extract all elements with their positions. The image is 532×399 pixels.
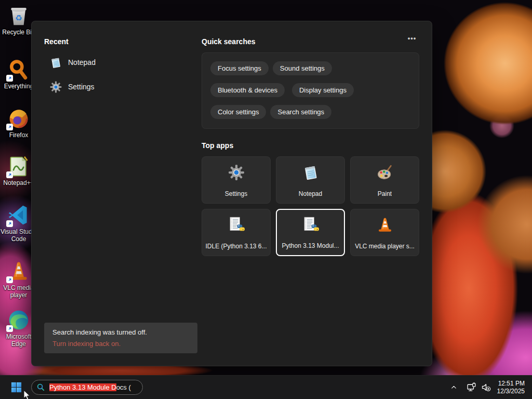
- mouse-cursor: [23, 390, 31, 399]
- more-options-button[interactable]: •••: [404, 34, 420, 43]
- notepad-icon: [302, 164, 320, 181]
- tray-overflow-button[interactable]: [447, 381, 461, 394]
- top-app-tile-settings[interactable]: Settings: [202, 156, 271, 204]
- windows-logo-icon: [10, 381, 22, 393]
- gear-icon: [228, 164, 245, 181]
- shortcut-arrow-icon: [6, 220, 13, 227]
- recent-item-label: Settings: [68, 83, 95, 91]
- windows-desktop: Recycle Bin Everything Firefox Notepad++…: [0, 0, 532, 399]
- taskbar: Python 3.13 Module D ocs ( 12:51 PM 12/3…: [0, 375, 532, 399]
- top-app-tile-notepad[interactable]: Notepad: [276, 156, 345, 204]
- recent-item-label: Notepad: [68, 58, 96, 66]
- top-app-tile-python-module-docs[interactable]: Python 3.13 Modul...: [276, 209, 345, 256]
- top-app-tile-idle-python[interactable]: IDLE (Python 3.13 6...: [202, 209, 271, 256]
- top-app-tile-vlc-skinned[interactable]: VLC media player s...: [350, 209, 419, 256]
- turn-indexing-on-link[interactable]: Turn indexing back on.: [52, 340, 189, 348]
- volume-tray-button[interactable]: [480, 381, 493, 394]
- ethernet-network-icon: [466, 382, 477, 393]
- taskbar-search-box[interactable]: Python 3.13 Module D ocs (: [31, 380, 143, 395]
- clock-time: 12:51 PM: [497, 380, 525, 388]
- shortcut-arrow-icon: [6, 276, 13, 283]
- gear-icon: [49, 81, 62, 94]
- search-text-selected: Python 3.13 Module D: [49, 383, 116, 391]
- chevron-up-icon: [450, 383, 458, 391]
- top-apps-header: Top apps: [202, 141, 233, 150]
- clock-date: 12/3/2025: [497, 388, 525, 395]
- indexing-notice: Search indexing was turned off. Turn ind…: [44, 323, 197, 353]
- quick-search-pill-focus-settings[interactable]: Focus settings: [210, 61, 269, 75]
- search-icon: [36, 383, 45, 392]
- python-doc-icon: [228, 216, 245, 234]
- shortcut-arrow-icon: [6, 325, 13, 332]
- taskbar-clock[interactable]: 12:51 PM 12/3/2025: [497, 380, 525, 395]
- top-app-tile-paint[interactable]: Paint: [350, 156, 419, 204]
- quick-search-pill-color-settings[interactable]: Color settings: [210, 105, 266, 119]
- shortcut-arrow-icon: [6, 75, 13, 82]
- notepad-icon: [49, 56, 62, 69]
- recent-item-settings[interactable]: Settings: [49, 80, 95, 94]
- quick-searches-card: Focus settings Sound settings Bluetooth …: [202, 52, 419, 129]
- recycle-bin-icon: [7, 4, 30, 27]
- volume-muted-icon: [481, 382, 491, 393]
- search-text-tail: ocs (: [116, 383, 131, 391]
- shortcut-arrow-icon: [6, 171, 13, 178]
- quick-search-pill-search-settings[interactable]: Search settings: [270, 105, 331, 119]
- quick-search-pill-sound-settings[interactable]: Sound settings: [273, 61, 332, 75]
- quick-searches-header: Quick searches: [202, 37, 256, 46]
- shortcut-arrow-icon: [6, 124, 13, 130]
- recent-header: Recent: [44, 37, 69, 46]
- quick-searches-row: Bluetooth & devices Display settings: [210, 83, 410, 97]
- quick-search-pill-display-settings[interactable]: Display settings: [292, 83, 354, 97]
- system-tray: 12:51 PM 12/3/2025: [447, 376, 532, 399]
- vlc-cone-icon: [376, 216, 394, 234]
- quick-searches-row: Focus settings Sound settings: [210, 61, 410, 75]
- top-apps-grid: Settings Notepad Paint IDLE (Python 3.13…: [202, 156, 419, 256]
- indexing-notice-message: Search indexing was turned off.: [52, 328, 189, 336]
- quick-search-pill-bluetooth-devices[interactable]: Bluetooth & devices: [210, 83, 285, 97]
- python-doc-icon: [302, 216, 320, 234]
- paint-icon: [376, 164, 394, 181]
- search-flyout-panel: Recent Notepad Settings Quick searches •…: [31, 21, 432, 366]
- quick-searches-row: Color settings Search settings: [210, 105, 410, 119]
- recent-item-notepad[interactable]: Notepad: [49, 56, 96, 69]
- network-tray-button[interactable]: [465, 381, 478, 394]
- start-button[interactable]: [10, 381, 22, 393]
